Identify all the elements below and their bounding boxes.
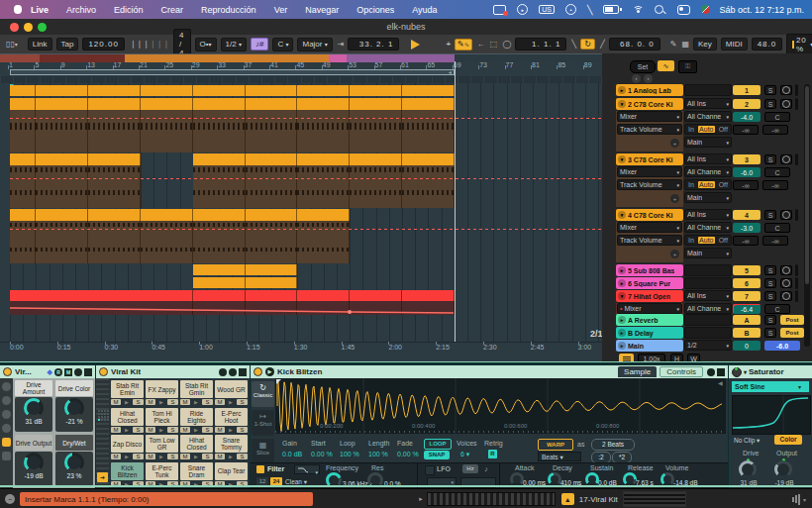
bar-number[interactable]: 21 [140,61,148,68]
track-name[interactable]: ▸5 Sub 808 Bas [616,264,683,276]
drum-pad[interactable]: Snare Tommy [215,435,248,453]
track-volume-field[interactable]: -6.4 [733,304,761,314]
return-track-name[interactable]: ▸B Delay [616,327,683,339]
menu-item-ver[interactable]: Ver [274,5,288,15]
pad-mute-button[interactable]: M [146,427,155,433]
midi-map-button[interactable]: MIDI [721,38,748,51]
input-source-icon[interactable]: US [539,5,555,14]
automation-arm-button[interactable]: ✎∿ [455,39,472,51]
mixer-device-menu[interactable]: Mixer▾ [617,166,682,177]
clip[interactable] [350,85,402,96]
pad-mute-button[interactable]: M [146,454,155,459]
tap-tempo-button[interactable]: Tap [56,38,79,51]
track-volume-field[interactable]: -3.0 [733,223,761,233]
send-a-field[interactable]: -∞ [733,236,759,246]
clip-body[interactable] [246,221,298,263]
device-collapse-button[interactable]: ▲ [561,493,574,505]
arrangement-overview-segment[interactable] [40,54,125,62]
param-value[interactable]: 0.00 % [397,451,425,457]
pad-play-icon[interactable]: ▶ [122,454,132,459]
track-name[interactable]: ▾3 C78 Core Ki [616,153,683,165]
pad-mute-button[interactable]: M [180,399,190,405]
menu-item-navegar[interactable]: Navegar [305,5,339,15]
bar-number[interactable]: 89 [584,61,592,68]
pad-mute-button[interactable]: M [111,454,121,459]
next-locator-button[interactable]: › [644,74,653,83]
pad-overview-cell[interactable] [107,410,109,412]
scale-mode-icon[interactable]: ♪# [251,38,268,51]
bar-number[interactable]: 5 [35,61,39,68]
pad-play-icon[interactable]: ▶ [191,399,201,405]
solo-button[interactable]: S [764,328,776,338]
macro-plus-button[interactable] [2,396,11,405]
drum-pad[interactable]: Stab Rit Emin [111,380,144,398]
pad-solo-button[interactable]: S [202,399,213,405]
bar-number[interactable]: 53 [349,61,356,68]
knob[interactable] [548,472,561,486]
arm-button[interactable] [780,210,792,220]
scale-root-menu[interactable]: C ▾ [272,38,293,51]
clip[interactable] [141,98,193,110]
arrangement-view[interactable]: 1591317212529333741454953576165697377818… [0,53,626,361]
punch-in-field[interactable]: 1. 1. 1 [515,38,566,51]
automation-line-dashed[interactable] [10,178,606,179]
track-number-badge[interactable]: 6 [733,278,761,288]
clip-body[interactable] [246,110,298,152]
clip[interactable] [88,209,141,221]
track-number-badge[interactable]: 7 [733,291,761,301]
language-flag-icon[interactable] [701,5,710,14]
hot-swap-icon[interactable] [229,368,237,376]
bar-number[interactable]: 1 [9,61,13,68]
freeze-icon[interactable]: + [670,250,679,258]
menu-item-crear[interactable]: Crear [161,5,184,15]
input-type-menu[interactable]: All Ins▾ [684,209,732,220]
pad-overview-cell[interactable] [107,416,109,418]
save-preset-icon[interactable] [84,368,92,376]
rand-button[interactable]: R [54,368,62,376]
device-overview-strip[interactable] [623,491,686,507]
param-value[interactable]: 100 % [368,451,396,457]
knob[interactable] [510,472,524,486]
bar-number[interactable]: 29 [192,61,200,68]
menu-clock[interactable]: Sáb oct. 12 7:12 p.m. [719,5,804,15]
pad-scroll-button[interactable]: ➔ [97,472,108,482]
clip[interactable] [36,153,88,165]
main-pan-field[interactable]: 0 [733,341,761,351]
track-pan-field[interactable]: C [764,167,790,177]
pad-overview-cell[interactable] [104,410,106,412]
re-enable-automation-icon[interactable]: ← [477,40,485,49]
clip[interactable] [193,290,246,301]
track-pan-field[interactable]: C [764,223,790,233]
clip[interactable] [297,98,350,110]
clip[interactable] [246,290,298,301]
vertical-scrollbar-thumb[interactable] [805,86,809,284]
clip[interactable] [193,85,246,96]
clip[interactable] [141,85,193,96]
arrangement-position-field[interactable]: 33. 2. 1 [348,38,399,51]
filter-type-menu[interactable]: ▾ [294,464,320,474]
bar-number[interactable]: 41 [270,61,278,68]
device-on-toggle[interactable] [99,367,108,376]
clip[interactable] [88,153,141,165]
bar-number[interactable]: 65 [427,61,435,68]
mode-classic[interactable]: ↻Classic [252,381,274,407]
input-channel-menu[interactable]: All Channe▾ [684,111,732,122]
clip-body[interactable] [193,301,246,315]
tempo-field[interactable]: 120.00 [82,38,124,51]
pad-play-icon[interactable]: ▶ [122,427,132,433]
drum-pad[interactable]: E-Perc Hoot [215,408,248,426]
tab-controls[interactable]: Controls [660,366,703,377]
bar-number[interactable]: 61 [401,61,409,68]
groove-amount-button[interactable]: O•▾ [195,38,217,51]
autoselect-icon[interactable] [219,368,227,376]
scrub-area[interactable] [0,76,626,83]
solo-button[interactable]: S [764,291,776,301]
computer-midi-keyboard-icon[interactable]: ▦ [681,40,689,49]
knob[interactable] [739,460,757,478]
sample-end-marker[interactable]: ◀ [718,379,723,386]
lfo-checkbox[interactable] [425,465,435,475]
arm-button[interactable] [780,85,792,95]
pad-solo-button[interactable]: S [133,427,144,433]
session-record-icon[interactable]: ⬚ [490,40,498,49]
lfo-hz-button[interactable]: Hz [462,464,478,473]
